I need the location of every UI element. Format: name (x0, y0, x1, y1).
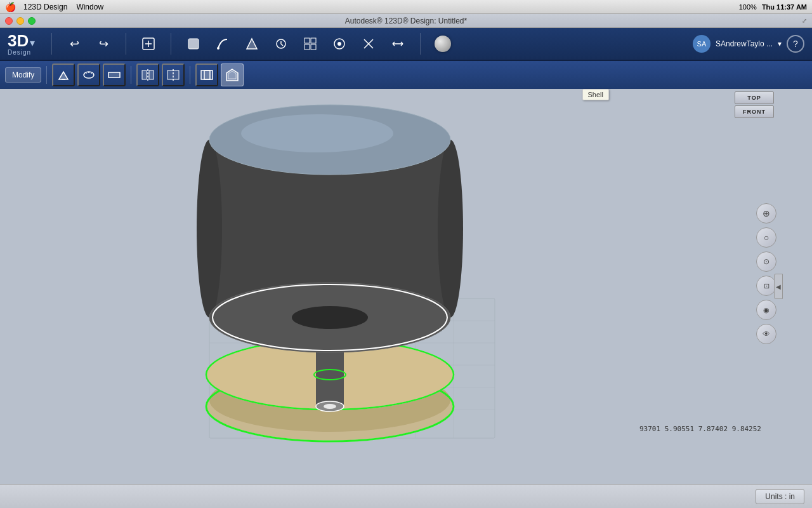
svg-rect-1 (188, 39, 199, 49)
svg-rect-13 (142, 70, 147, 79)
zoom-to-fit-button[interactable]: ⊕ (756, 203, 776, 224)
front-view-button[interactable]: FRONT (735, 105, 774, 118)
sketch-button[interactable] (212, 33, 233, 55)
transform-button[interactable] (138, 33, 159, 55)
svg-rect-17 (204, 70, 213, 79)
split-solid-button[interactable] (136, 64, 159, 86)
svg-point-43 (438, 140, 463, 318)
svg-rect-15 (167, 70, 179, 79)
modify-menu-button[interactable]: Modify (5, 67, 41, 83)
statusbar: Units : in (0, 484, 812, 508)
primitives-button[interactable] (183, 33, 204, 55)
measure-button[interactable] (387, 33, 409, 55)
scene-container (127, 102, 571, 470)
logo-dropdown[interactable]: ▾ (30, 37, 35, 49)
svg-point-2 (217, 47, 219, 50)
svg-rect-6 (311, 38, 316, 43)
group-button[interactable] (329, 33, 350, 55)
main-area: TOP FRONT ⊕ ○ ⊙ ⊡ ◉ 👁 ◀ 93701 5.90551 7.… (0, 89, 812, 484)
panel-collapse-arrow[interactable]: ◀ (774, 274, 783, 299)
svg-rect-8 (311, 44, 316, 50)
orbit-button[interactable]: ◉ (756, 300, 776, 320)
battery-status: 100% (739, 3, 757, 11)
merge-button[interactable] (195, 64, 218, 86)
user-area: SA SAndrewTaylo ... ▾ ? (693, 35, 804, 53)
undo-button[interactable]: ↩ (63, 33, 85, 55)
menu-window[interactable]: Window (76, 3, 103, 11)
user-name[interactable]: SAndrewTaylo ... (716, 39, 773, 48)
separator (131, 66, 131, 84)
titlebar: Autodesk® 123D® Design: Untitled* ⤢ (0, 14, 812, 28)
svg-rect-7 (304, 44, 310, 50)
snap-button[interactable] (358, 33, 379, 55)
traffic-lights (5, 17, 36, 25)
shell-button[interactable] (221, 64, 244, 86)
separator (46, 66, 47, 84)
logo-design: Design (8, 49, 31, 56)
divider (171, 33, 171, 55)
coordinates-display: 93701 5.90551 7.87402 9.84252 (639, 425, 761, 433)
twist-button[interactable] (77, 64, 100, 86)
menubar: 🍎 123D Design Window 100% Thu 11:37 AM (0, 0, 812, 14)
svg-rect-12 (108, 72, 120, 77)
apple-menu[interactable]: 🍎 (5, 2, 16, 12)
minimize-button[interactable] (16, 17, 24, 25)
close-button[interactable] (5, 17, 13, 25)
modify-button[interactable] (270, 33, 292, 55)
zoom-in-button[interactable]: ○ (756, 227, 776, 248)
divider (126, 33, 126, 55)
maximize-button[interactable] (28, 17, 36, 25)
shell-tooltip: Shell (582, 89, 609, 100)
units-button[interactable]: Units : in (756, 489, 804, 504)
svg-rect-14 (149, 70, 154, 79)
divider (420, 33, 421, 55)
split-face-button[interactable] (162, 64, 185, 86)
help-button[interactable]: ? (787, 35, 804, 53)
svg-point-50 (292, 306, 368, 329)
clock: Thu 11:37 AM (762, 3, 807, 11)
svg-point-40 (324, 404, 336, 409)
logo-3d: 3D (8, 32, 29, 49)
divider (51, 33, 52, 55)
window-title: Autodesk® 123D® Design: Untitled* (345, 17, 467, 25)
pattern-button[interactable] (299, 33, 321, 55)
flatten-button[interactable] (103, 64, 126, 86)
svg-point-10 (337, 42, 341, 46)
svg-marker-3 (247, 39, 257, 49)
svg-rect-5 (304, 38, 310, 43)
side-controls: ⊕ ○ ⊙ ⊡ ◉ 👁 (756, 203, 776, 344)
redo-button[interactable]: ↪ (93, 33, 114, 55)
menu-app[interactable]: 123D Design (23, 3, 67, 11)
construct-button[interactable] (241, 33, 263, 55)
home-view-button[interactable]: 👁 (756, 324, 776, 344)
press-pull-button[interactable] (52, 64, 75, 86)
separator (190, 66, 190, 84)
top-view-button[interactable]: TOP (735, 91, 774, 104)
toolbar-row: Modify Shell (0, 61, 812, 89)
user-dropdown-icon[interactable]: ▾ (778, 39, 782, 48)
zoom-out-button[interactable]: ⊙ (756, 251, 776, 272)
expand-button[interactable]: ⤢ (802, 17, 807, 24)
svg-point-45 (241, 114, 393, 152)
app-header: 3D ▾ Design ↩ ↪ (0, 28, 812, 61)
svg-point-42 (197, 140, 222, 318)
view-navigation: TOP FRONT (735, 91, 774, 118)
material-button[interactable] (432, 33, 454, 55)
user-avatar: SA (693, 35, 710, 53)
logo-area: 3D ▾ Design (8, 32, 35, 56)
